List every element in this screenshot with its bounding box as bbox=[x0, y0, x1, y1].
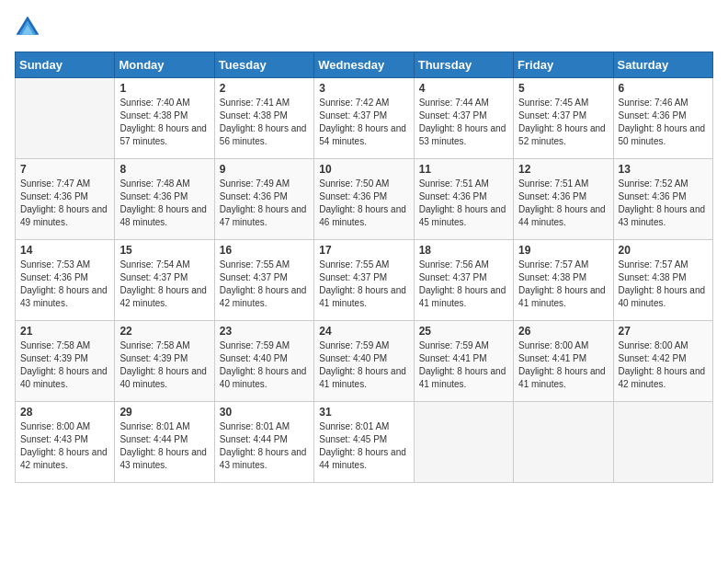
weekday-header: Thursday bbox=[414, 52, 513, 78]
day-number: 1 bbox=[119, 82, 209, 95]
day-number: 5 bbox=[518, 82, 608, 95]
day-number: 26 bbox=[518, 325, 608, 338]
calendar-cell: 19Sunrise: 7:57 AMSunset: 4:38 PMDayligh… bbox=[514, 240, 613, 321]
day-number: 18 bbox=[419, 244, 508, 257]
day-info: Sunrise: 7:54 AMSunset: 4:37 PMDaylight:… bbox=[119, 259, 209, 310]
calendar-cell: 17Sunrise: 7:55 AMSunset: 4:37 PMDayligh… bbox=[314, 240, 414, 321]
calendar-week-row: 1Sunrise: 7:40 AMSunset: 4:38 PMDaylight… bbox=[16, 78, 713, 159]
day-number: 25 bbox=[419, 325, 508, 338]
calendar-cell: 15Sunrise: 7:54 AMSunset: 4:37 PMDayligh… bbox=[115, 240, 214, 321]
calendar-cell: 21Sunrise: 7:58 AMSunset: 4:39 PMDayligh… bbox=[16, 321, 115, 402]
calendar-cell: 23Sunrise: 7:59 AMSunset: 4:40 PMDayligh… bbox=[214, 321, 313, 402]
day-number: 3 bbox=[319, 82, 408, 95]
calendar-week-row: 7Sunrise: 7:47 AMSunset: 4:36 PMDaylight… bbox=[16, 159, 713, 240]
day-info: Sunrise: 7:44 AMSunset: 4:37 PMDaylight:… bbox=[419, 97, 508, 148]
calendar-cell: 18Sunrise: 7:56 AMSunset: 4:37 PMDayligh… bbox=[414, 240, 513, 321]
weekday-header: Wednesday bbox=[314, 52, 414, 78]
day-number: 8 bbox=[119, 163, 209, 176]
calendar-cell bbox=[514, 402, 613, 483]
calendar-cell: 16Sunrise: 7:55 AMSunset: 4:37 PMDayligh… bbox=[214, 240, 313, 321]
weekday-header: Saturday bbox=[613, 52, 712, 78]
header bbox=[15, 15, 713, 40]
day-info: Sunrise: 7:55 AMSunset: 4:37 PMDaylight:… bbox=[319, 259, 408, 310]
day-number: 21 bbox=[20, 325, 109, 338]
calendar-cell: 6Sunrise: 7:46 AMSunset: 4:36 PMDaylight… bbox=[613, 78, 712, 159]
calendar-week-row: 21Sunrise: 7:58 AMSunset: 4:39 PMDayligh… bbox=[16, 321, 713, 402]
calendar-cell: 11Sunrise: 7:51 AMSunset: 4:36 PMDayligh… bbox=[414, 159, 513, 240]
calendar-cell: 2Sunrise: 7:41 AMSunset: 4:38 PMDaylight… bbox=[214, 78, 313, 159]
calendar-cell: 3Sunrise: 7:42 AMSunset: 4:37 PMDaylight… bbox=[314, 78, 414, 159]
weekday-header: Monday bbox=[115, 52, 214, 78]
calendar-cell bbox=[613, 402, 712, 483]
weekday-header: Sunday bbox=[16, 52, 115, 78]
day-number: 9 bbox=[220, 163, 309, 176]
day-number: 11 bbox=[419, 163, 508, 176]
day-info: Sunrise: 7:56 AMSunset: 4:37 PMDaylight:… bbox=[419, 259, 508, 310]
day-number: 31 bbox=[319, 406, 408, 419]
calendar-cell: 10Sunrise: 7:50 AMSunset: 4:36 PMDayligh… bbox=[314, 159, 414, 240]
logo-icon bbox=[15, 15, 40, 40]
calendar-week-row: 28Sunrise: 8:00 AMSunset: 4:43 PMDayligh… bbox=[16, 402, 713, 483]
day-number: 22 bbox=[119, 325, 209, 338]
day-info: Sunrise: 7:58 AMSunset: 4:39 PMDaylight:… bbox=[119, 339, 209, 391]
calendar-cell: 20Sunrise: 7:57 AMSunset: 4:38 PMDayligh… bbox=[613, 240, 712, 321]
calendar-cell: 31Sunrise: 8:01 AMSunset: 4:45 PMDayligh… bbox=[314, 402, 414, 483]
day-info: Sunrise: 7:42 AMSunset: 4:37 PMDaylight:… bbox=[319, 97, 408, 148]
day-info: Sunrise: 8:00 AMSunset: 4:41 PMDaylight:… bbox=[518, 339, 608, 391]
day-info: Sunrise: 7:59 AMSunset: 4:40 PMDaylight:… bbox=[319, 339, 408, 391]
day-number: 16 bbox=[220, 244, 309, 257]
calendar-cell bbox=[16, 78, 115, 159]
calendar-cell: 9Sunrise: 7:49 AMSunset: 4:36 PMDaylight… bbox=[214, 159, 313, 240]
day-number: 7 bbox=[20, 163, 109, 176]
day-number: 30 bbox=[220, 406, 309, 419]
day-info: Sunrise: 8:00 AMSunset: 4:42 PMDaylight:… bbox=[619, 339, 708, 391]
day-number: 27 bbox=[619, 325, 708, 338]
day-number: 15 bbox=[119, 244, 209, 257]
day-info: Sunrise: 7:51 AMSunset: 4:36 PMDaylight:… bbox=[518, 178, 608, 229]
calendar-cell: 29Sunrise: 8:01 AMSunset: 4:44 PMDayligh… bbox=[115, 402, 214, 483]
calendar-cell: 27Sunrise: 8:00 AMSunset: 4:42 PMDayligh… bbox=[613, 321, 712, 402]
day-info: Sunrise: 7:52 AMSunset: 4:36 PMDaylight:… bbox=[619, 178, 708, 229]
weekday-header-row: SundayMondayTuesdayWednesdayThursdayFrid… bbox=[16, 52, 713, 78]
day-info: Sunrise: 7:53 AMSunset: 4:36 PMDaylight:… bbox=[20, 259, 109, 310]
day-info: Sunrise: 7:40 AMSunset: 4:38 PMDaylight:… bbox=[119, 97, 209, 148]
day-number: 13 bbox=[619, 163, 708, 176]
day-info: Sunrise: 7:49 AMSunset: 4:36 PMDaylight:… bbox=[220, 178, 309, 229]
day-info: Sunrise: 7:48 AMSunset: 4:36 PMDaylight:… bbox=[119, 178, 209, 229]
calendar-cell: 30Sunrise: 8:01 AMSunset: 4:44 PMDayligh… bbox=[214, 402, 313, 483]
calendar-cell: 7Sunrise: 7:47 AMSunset: 4:36 PMDaylight… bbox=[16, 159, 115, 240]
day-number: 6 bbox=[619, 82, 708, 95]
day-info: Sunrise: 8:01 AMSunset: 4:44 PMDaylight:… bbox=[119, 420, 209, 472]
weekday-header: Friday bbox=[514, 52, 613, 78]
calendar-cell: 4Sunrise: 7:44 AMSunset: 4:37 PMDaylight… bbox=[414, 78, 513, 159]
calendar-cell: 5Sunrise: 7:45 AMSunset: 4:37 PMDaylight… bbox=[514, 78, 613, 159]
day-number: 19 bbox=[518, 244, 608, 257]
day-info: Sunrise: 7:59 AMSunset: 4:40 PMDaylight:… bbox=[220, 339, 309, 391]
day-number: 29 bbox=[119, 406, 209, 419]
day-number: 14 bbox=[20, 244, 109, 257]
day-info: Sunrise: 7:57 AMSunset: 4:38 PMDaylight:… bbox=[518, 259, 608, 310]
calendar-cell bbox=[414, 402, 513, 483]
calendar-cell: 28Sunrise: 8:00 AMSunset: 4:43 PMDayligh… bbox=[16, 402, 115, 483]
day-number: 10 bbox=[319, 163, 408, 176]
calendar-week-row: 14Sunrise: 7:53 AMSunset: 4:36 PMDayligh… bbox=[16, 240, 713, 321]
calendar-cell: 12Sunrise: 7:51 AMSunset: 4:36 PMDayligh… bbox=[514, 159, 613, 240]
day-number: 28 bbox=[20, 406, 109, 419]
calendar-cell: 26Sunrise: 8:00 AMSunset: 4:41 PMDayligh… bbox=[514, 321, 613, 402]
calendar-cell: 1Sunrise: 7:40 AMSunset: 4:38 PMDaylight… bbox=[115, 78, 214, 159]
day-info: Sunrise: 7:47 AMSunset: 4:36 PMDaylight:… bbox=[20, 178, 109, 229]
day-number: 4 bbox=[419, 82, 508, 95]
day-info: Sunrise: 7:58 AMSunset: 4:39 PMDaylight:… bbox=[20, 339, 109, 391]
day-info: Sunrise: 7:55 AMSunset: 4:37 PMDaylight:… bbox=[220, 259, 309, 310]
day-info: Sunrise: 8:00 AMSunset: 4:43 PMDaylight:… bbox=[20, 420, 109, 472]
weekday-header: Tuesday bbox=[214, 52, 313, 78]
day-info: Sunrise: 7:57 AMSunset: 4:38 PMDaylight:… bbox=[619, 259, 708, 310]
calendar-table: SundayMondayTuesdayWednesdayThursdayFrid… bbox=[15, 52, 713, 483]
day-number: 12 bbox=[518, 163, 608, 176]
day-number: 2 bbox=[220, 82, 309, 95]
day-info: Sunrise: 7:50 AMSunset: 4:36 PMDaylight:… bbox=[319, 178, 408, 229]
calendar-cell: 14Sunrise: 7:53 AMSunset: 4:36 PMDayligh… bbox=[16, 240, 115, 321]
page: SundayMondayTuesdayWednesdayThursdayFrid… bbox=[0, 0, 728, 563]
day-info: Sunrise: 7:45 AMSunset: 4:37 PMDaylight:… bbox=[518, 97, 608, 148]
day-info: Sunrise: 8:01 AMSunset: 4:45 PMDaylight:… bbox=[319, 420, 408, 472]
